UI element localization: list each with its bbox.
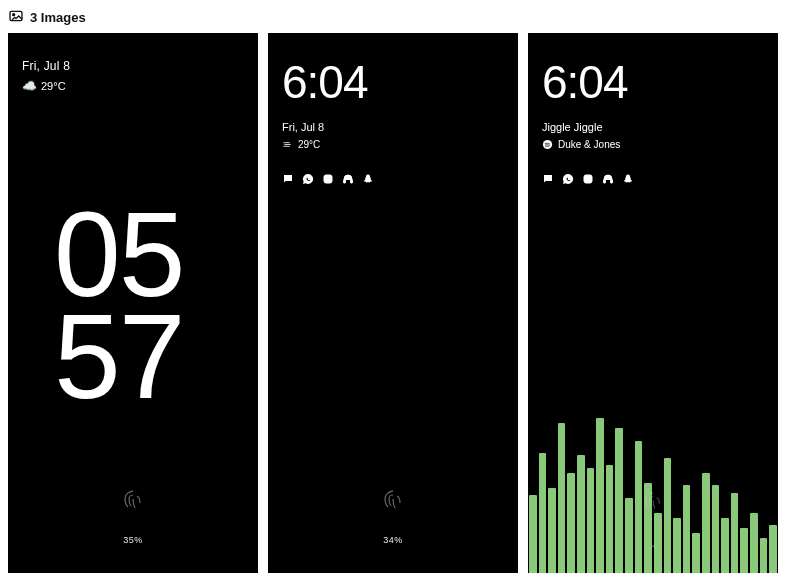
headphones-icon xyxy=(602,173,614,185)
now-playing-artist-row: Duke & Jones xyxy=(542,139,620,150)
lockscreen-weather: ☁️ 29°C xyxy=(22,79,70,93)
screenshot-3[interactable]: 6:04 Jiggle Jiggle Duke & Jones xyxy=(528,33,778,573)
svg-point-1 xyxy=(13,14,15,16)
svg-rect-15 xyxy=(611,180,613,183)
whatsapp-icon xyxy=(562,173,574,185)
clock-minutes: 57 xyxy=(54,305,183,407)
visualizer-bar xyxy=(702,473,710,573)
visualizer-bar xyxy=(673,518,681,573)
visualizer-bar xyxy=(539,453,547,573)
headphones-icon xyxy=(342,173,354,185)
weather-cloud-icon: ☁️ xyxy=(22,79,37,93)
visualizer-bar xyxy=(577,455,585,573)
lockscreen-date: Fri, Jul 8 xyxy=(282,121,324,133)
visualizer-bar xyxy=(740,528,748,573)
fingerprint-icon[interactable] xyxy=(642,491,664,517)
visualizer-bar xyxy=(731,493,739,573)
weather-temp: 29°C xyxy=(41,80,66,92)
visualizer-bar xyxy=(529,495,537,573)
fingerprint-icon[interactable] xyxy=(381,489,405,517)
visualizer-bar xyxy=(548,488,556,573)
svg-point-13 xyxy=(590,176,591,177)
lockscreen-clock: 6:04 xyxy=(282,55,368,109)
svg-point-12 xyxy=(586,177,590,181)
spotify-icon xyxy=(542,139,553,150)
instagram-icon xyxy=(582,173,594,185)
visualizer-bar xyxy=(712,485,720,573)
svg-point-6 xyxy=(326,177,330,181)
visualizer-bar xyxy=(625,498,633,573)
visualizer-bar xyxy=(750,513,758,573)
instagram-icon xyxy=(322,173,334,185)
visualizer-bar xyxy=(664,458,672,573)
snapchat-icon xyxy=(362,173,374,185)
visualizer-bar xyxy=(587,468,595,573)
now-playing-artist: Duke & Jones xyxy=(558,139,620,150)
svg-rect-8 xyxy=(344,180,346,183)
lockscreen-clock: 6:04 xyxy=(542,55,628,109)
screenshot-2[interactable]: 6:04 Fri, Jul 8 29°C 34% xyxy=(268,33,518,573)
snapchat-icon xyxy=(622,173,634,185)
visualizer-bar xyxy=(606,465,614,573)
lockscreen-big-clock: 05 57 xyxy=(54,203,183,407)
weather-haze-icon xyxy=(282,139,293,150)
messages-icon xyxy=(282,173,294,185)
image-gallery: Fri, Jul 8 ☁️ 29°C 05 57 35% 6:04 Fri, J… xyxy=(8,33,792,573)
lockscreen-date: Fri, Jul 8 xyxy=(22,59,70,73)
visualizer-bar xyxy=(596,418,604,573)
visualizer-bar xyxy=(567,473,575,573)
gallery-count-label: 3 Images xyxy=(30,10,86,25)
now-playing-title: Jiggle Jiggle xyxy=(542,121,620,133)
svg-point-7 xyxy=(330,176,331,177)
visualizer-bar xyxy=(769,525,777,573)
visualizer-bar xyxy=(683,485,691,573)
visualizer-bar xyxy=(760,538,768,573)
battery-percent: 34% xyxy=(383,535,403,545)
weather-temp: 29°C xyxy=(298,139,320,150)
visualizer-bar xyxy=(558,423,566,573)
notification-icons-row xyxy=(542,173,634,185)
svg-rect-14 xyxy=(604,180,606,183)
visualizer-bar xyxy=(721,518,729,573)
battery-percent: 35% xyxy=(123,535,143,545)
fingerprint-icon[interactable] xyxy=(121,489,145,517)
screenshot-1[interactable]: Fri, Jul 8 ☁️ 29°C 05 57 35% xyxy=(8,33,258,573)
visualizer-bar xyxy=(615,428,623,573)
swipe-up-hint-icon xyxy=(646,541,660,559)
visualizer-bar xyxy=(692,533,700,573)
whatsapp-icon xyxy=(302,173,314,185)
messages-icon xyxy=(542,173,554,185)
images-icon xyxy=(8,8,24,27)
notification-icons-row xyxy=(282,173,374,185)
svg-rect-9 xyxy=(351,180,353,183)
lockscreen-weather: 29°C xyxy=(282,139,324,150)
